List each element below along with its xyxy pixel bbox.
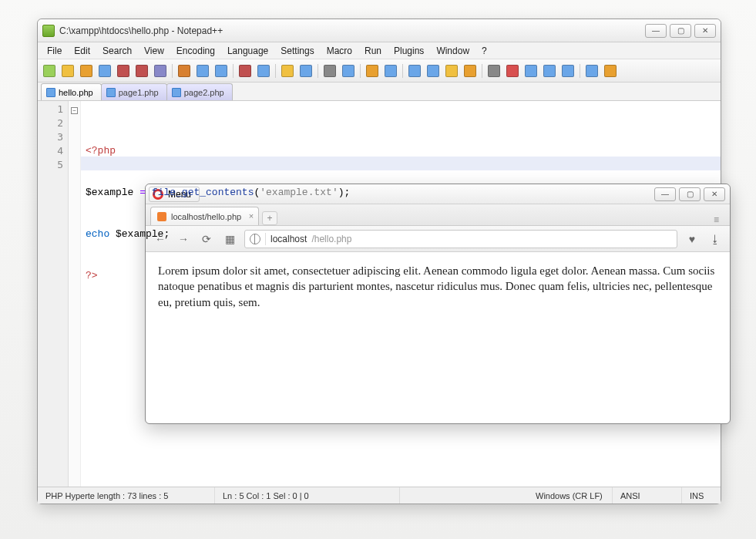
menu-run[interactable]: Run xyxy=(358,44,388,58)
fold-column[interactable]: − xyxy=(69,101,81,487)
line-number-gutter: 12345 xyxy=(38,101,69,487)
menu-view[interactable]: View xyxy=(138,44,170,58)
status-insert-mode[interactable]: INS xyxy=(682,487,721,504)
doc-tab[interactable]: page1.php xyxy=(101,83,167,100)
notepad-titlebar[interactable]: C:\xampp\htdocs\hello.php - Notepad++ — … xyxy=(38,19,721,42)
play-macro-button[interactable] xyxy=(504,62,521,79)
cut-button[interactable] xyxy=(176,62,193,79)
close-file-button[interactable] xyxy=(115,62,132,79)
code-token: ; xyxy=(163,228,170,240)
toolbar-separator xyxy=(580,64,580,78)
find-button[interactable] xyxy=(279,62,296,79)
cut-icon xyxy=(178,65,190,77)
toolbar-separator xyxy=(402,64,403,78)
toolbar-separator xyxy=(360,64,361,78)
maximize-button[interactable]: ▢ xyxy=(679,187,701,201)
tab-close-icon[interactable]: × xyxy=(249,211,254,221)
replace-button[interactable] xyxy=(297,62,314,79)
menu-edit[interactable]: Edit xyxy=(68,44,96,58)
close-button[interactable]: ✕ xyxy=(704,187,725,201)
menu-settings[interactable]: Settings xyxy=(274,44,320,58)
zoom-out-button[interactable] xyxy=(340,62,357,79)
reload-button[interactable]: ⟳ xyxy=(198,231,215,248)
toggle-panel-button[interactable] xyxy=(583,62,600,79)
minimize-button[interactable]: — xyxy=(654,187,676,201)
code-token: $example xyxy=(116,228,163,240)
addr-separator xyxy=(265,233,266,245)
replace-icon xyxy=(300,65,312,77)
redo-icon xyxy=(257,65,270,77)
close-all-button[interactable] xyxy=(133,62,150,79)
doc-tab-label: page1.php xyxy=(119,88,159,97)
folder-button[interactable] xyxy=(462,62,479,79)
undo-button[interactable] xyxy=(237,62,254,79)
toolbar-separator xyxy=(482,64,482,78)
record-macro-button[interactable] xyxy=(486,62,502,79)
doc-tab[interactable]: page2.php xyxy=(166,83,233,100)
address-bar[interactable]: localhost/hello.php xyxy=(244,230,677,248)
status-eol[interactable]: Windows (CR LF) xyxy=(528,487,613,504)
new-tab-button[interactable]: + xyxy=(262,211,277,225)
menu-window[interactable]: Window xyxy=(430,44,475,58)
new-file-icon xyxy=(43,65,55,77)
doc-map-icon xyxy=(604,65,617,77)
opera-tab-strip: localhost/hello.php × + ≡ xyxy=(146,204,730,226)
word-wrap-button[interactable] xyxy=(406,62,423,79)
stop-macro-button[interactable] xyxy=(522,62,539,79)
save-all-button[interactable] xyxy=(96,62,113,79)
menu-language[interactable]: Language xyxy=(221,44,274,58)
find-icon xyxy=(281,65,294,77)
notepad-menubar: FileEditSearchViewEncodingLanguageSettin… xyxy=(38,42,721,59)
doc-tab[interactable]: hello.php xyxy=(41,83,102,100)
menu-encoding[interactable]: Encoding xyxy=(170,44,221,58)
notepad-app-icon xyxy=(42,25,55,37)
downloads-button[interactable]: ⭳ xyxy=(707,231,724,248)
minimize-button[interactable]: — xyxy=(645,24,667,38)
sync-v-button[interactable] xyxy=(364,62,381,79)
menu-file[interactable]: File xyxy=(41,44,68,58)
toolbar-separator xyxy=(275,64,276,78)
close-button[interactable]: ✕ xyxy=(694,24,716,38)
doc-map-button[interactable] xyxy=(602,62,619,79)
bookmark-heart-button[interactable]: ♥ xyxy=(684,231,701,248)
open-file-button[interactable] xyxy=(59,62,76,79)
line-number: 4 xyxy=(38,144,63,158)
page-content[interactable]: Lorem ipsum dolor sit amet, consectetuer… xyxy=(146,252,730,423)
close-file-icon xyxy=(117,65,129,77)
paste-button[interactable] xyxy=(213,62,230,79)
save-file-button[interactable] xyxy=(78,62,95,79)
notepad-title: C:\xampp\htdocs\hello.php - Notepad++ xyxy=(59,25,645,36)
favicon-icon xyxy=(157,212,166,221)
tab-menu-icon[interactable]: ≡ xyxy=(714,214,725,225)
toggle-panel-icon xyxy=(586,65,598,77)
url-path: /hello.php xyxy=(311,234,351,244)
menu-search[interactable]: Search xyxy=(96,44,138,58)
menu-macro[interactable]: Macro xyxy=(321,44,358,58)
menu-help[interactable]: ? xyxy=(475,44,493,58)
show-all-button[interactable] xyxy=(425,62,442,79)
doc-tab-label: page2.php xyxy=(184,88,224,97)
zoom-in-icon xyxy=(324,65,336,77)
close-all-icon xyxy=(136,65,148,77)
opera-tab[interactable]: localhost/hello.php × xyxy=(150,207,259,225)
speed-dial-button[interactable]: ▦ xyxy=(221,231,238,248)
sync-h-button[interactable] xyxy=(382,62,399,79)
copy-button[interactable] xyxy=(194,62,211,79)
notepad-toolbar xyxy=(38,59,721,83)
play-multi-button[interactable] xyxy=(541,62,558,79)
forward-button[interactable]: → xyxy=(175,231,192,248)
line-number: 3 xyxy=(38,130,63,144)
status-encoding[interactable]: ANSI xyxy=(613,487,682,504)
file-icon xyxy=(46,88,55,97)
zoom-in-button[interactable] xyxy=(321,62,338,79)
fold-toggle-icon[interactable]: − xyxy=(71,107,78,114)
notepad-window-controls: — ▢ ✕ xyxy=(645,24,716,38)
menu-plugins[interactable]: Plugins xyxy=(388,44,430,58)
maximize-button[interactable]: ▢ xyxy=(670,24,691,38)
print-button[interactable] xyxy=(152,62,169,79)
save-macro-button[interactable] xyxy=(559,62,576,79)
undo-icon xyxy=(239,65,251,77)
new-file-button[interactable] xyxy=(41,62,58,79)
redo-button[interactable] xyxy=(255,62,272,79)
indent-guide-button[interactable] xyxy=(443,62,460,79)
